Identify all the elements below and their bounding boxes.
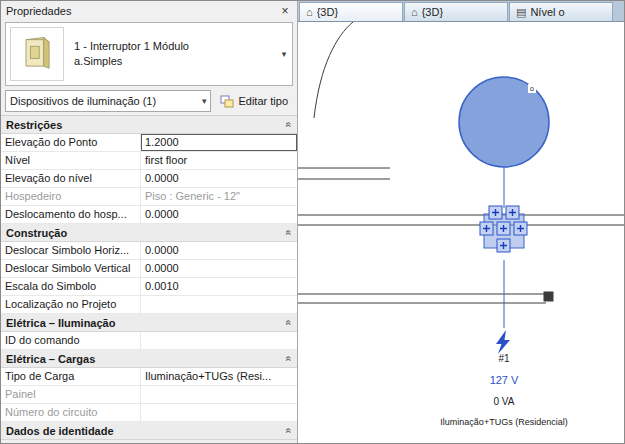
property-label: Deslocar Simbolo Horiz... <box>1 242 141 259</box>
property-label: Deslocamento do hosp... <box>1 206 141 223</box>
section-header[interactable]: Construção« <box>1 224 297 242</box>
panel-header: Propriedades × <box>1 1 297 20</box>
element-filter-select[interactable]: Dispositivos de iluminação (1) ▾ <box>5 90 211 112</box>
property-value[interactable]: 0.0010 <box>141 278 297 295</box>
property-value[interactable]: 0.0000 <box>141 206 297 223</box>
filter-value: Dispositivos de iluminação (1) <box>10 95 156 107</box>
property-label: Número do circuito <box>1 404 141 421</box>
property-row: Deslocar Simbolo Vertical0.0000 <box>1 260 297 278</box>
family-name: 1 - Interruptor 1 Módulo <box>74 39 276 54</box>
panel-title: Propriedades <box>6 5 278 17</box>
close-icon[interactable]: × <box>278 4 292 18</box>
section-header[interactable]: Restrições« <box>1 116 297 134</box>
property-label: Escala do Simbolo <box>1 278 141 295</box>
property-grid: Restrições«Elevação do Ponto1.2000Nívelf… <box>1 115 297 443</box>
property-value[interactable] <box>141 386 297 403</box>
selected-type-text: 1 - Interruptor 1 Módulo a.Simples <box>68 39 276 69</box>
lightning-bolt-icon <box>496 330 510 354</box>
property-row: Número do circuito <box>1 404 297 422</box>
property-row: Nívelfirst floor <box>1 152 297 170</box>
property-value[interactable] <box>141 296 297 313</box>
property-label: Painel <box>1 386 141 403</box>
property-value[interactable] <box>141 404 297 421</box>
property-row: ID do comando <box>1 332 297 350</box>
fixture-tag-label: o <box>528 84 536 93</box>
property-value[interactable]: 0.0000 <box>141 260 297 277</box>
chevron-down-icon: ▾ <box>198 96 207 106</box>
voltage-label: 127 V <box>490 374 519 386</box>
tab-label: {3D} <box>422 6 443 18</box>
property-label: Nível <box>1 152 141 169</box>
filter-row: Dispositivos de iluminação (1) ▾ Editar … <box>5 90 293 112</box>
tab-label: {3D} <box>317 6 338 18</box>
property-row: Elevação do nível0.0000 <box>1 170 297 188</box>
property-label: Elevação do nível <box>1 170 141 187</box>
3d-view-icon: ⌂ <box>411 6 418 18</box>
property-row: Localização no Projeto <box>1 296 297 314</box>
property-label: Elevação do Ponto <box>1 134 141 151</box>
circuit-number-label: #1 <box>498 353 509 364</box>
section-title: Construção <box>6 227 67 239</box>
edit-type-button[interactable]: Editar tipo <box>215 90 293 112</box>
3d-view-icon: ⌂ <box>306 6 313 18</box>
collapse-chevron-icon[interactable]: « <box>284 230 295 236</box>
property-value[interactable]: 1.2000 <box>141 134 297 151</box>
wall-lines <box>298 22 624 303</box>
section-header[interactable]: Dados de identidade« <box>1 422 297 440</box>
property-value[interactable]: 0.0000 <box>141 170 297 187</box>
properties-panel: Propriedades × 1 - Interruptor 1 Módulo … <box>1 1 298 443</box>
type-dropdown-arrow-icon[interactable]: ▾ <box>276 23 292 85</box>
section-title: Elétrica – Iluminação <box>6 317 115 329</box>
property-label: Deslocar Simbolo Vertical <box>1 260 141 277</box>
property-row: Escala do Simbolo0.0010 <box>1 278 297 296</box>
property-row: Deslocamento do hosp...0.0000 <box>1 206 297 224</box>
edit-type-label: Editar tipo <box>238 95 288 107</box>
collapse-chevron-icon[interactable]: « <box>284 356 295 362</box>
apparent-load-label: 0 VA <box>494 396 515 407</box>
type-name: a.Simples <box>74 54 276 69</box>
property-value[interactable]: Piso : Generic - 12" <box>141 188 297 205</box>
property-row: Elevação do Ponto1.2000 <box>1 134 297 152</box>
collapse-chevron-icon[interactable]: « <box>284 320 295 326</box>
edit-type-icon <box>220 95 234 108</box>
view-area: ⌂{3D}⌂{3D}▤Nível o <box>298 1 624 443</box>
view-tab[interactable]: ▤Nível o <box>509 2 613 21</box>
property-row: Tipo de CargaIluminação+TUGs (Resi... <box>1 368 297 386</box>
property-row: Deslocar Simbolo Horiz...0.0000 <box>1 242 297 260</box>
property-value[interactable]: Iluminação+TUGs (Resi... <box>141 368 297 385</box>
family-preview-image <box>10 27 64 81</box>
view-tab[interactable]: ⌂{3D} <box>404 2 508 21</box>
property-value[interactable] <box>141 332 297 349</box>
view-tabs: ⌂{3D}⌂{3D}▤Nível o <box>298 1 624 21</box>
property-row: Painel <box>1 386 297 404</box>
property-value[interactable]: first floor <box>141 152 297 169</box>
section-header[interactable]: Elétrica – Iluminação« <box>1 314 297 332</box>
drawing-canvas[interactable]: o #1 127 V 0 VA Iluminação+TUGs (Residen… <box>298 21 624 443</box>
plan-view-icon: ▤ <box>516 6 526 19</box>
tab-label: Nível o <box>530 6 564 18</box>
property-row: HospedeiroPiso : Generic - 12" <box>1 188 297 206</box>
property-value[interactable]: 0.0000 <box>141 242 297 259</box>
section-header[interactable]: Elétrica – Cargas« <box>1 350 297 368</box>
collapse-chevron-icon[interactable]: « <box>284 122 295 128</box>
property-label: ID do comando <box>1 332 141 349</box>
collapse-chevron-icon[interactable]: « <box>284 428 295 434</box>
section-title: Dados de identidade <box>6 425 114 437</box>
revit-window: Propriedades × 1 - Interruptor 1 Módulo … <box>0 0 625 444</box>
view-tab[interactable]: ⌂{3D} <box>299 2 403 21</box>
section-title: Elétrica – Cargas <box>6 353 95 365</box>
switch-preview-icon <box>15 32 59 76</box>
property-label: Hospedeiro <box>1 188 141 205</box>
property-label: Tipo de Carga <box>1 368 141 385</box>
switch-symbol[interactable] <box>480 206 527 252</box>
section-title: Restrições <box>6 119 62 131</box>
property-label: Localização no Projeto <box>1 296 141 313</box>
load-classification-label: Iluminação+TUGs (Residencial) <box>440 417 567 427</box>
drawing-svg <box>298 22 624 443</box>
type-selector[interactable]: 1 - Interruptor 1 Módulo a.Simples ▾ <box>5 22 293 86</box>
